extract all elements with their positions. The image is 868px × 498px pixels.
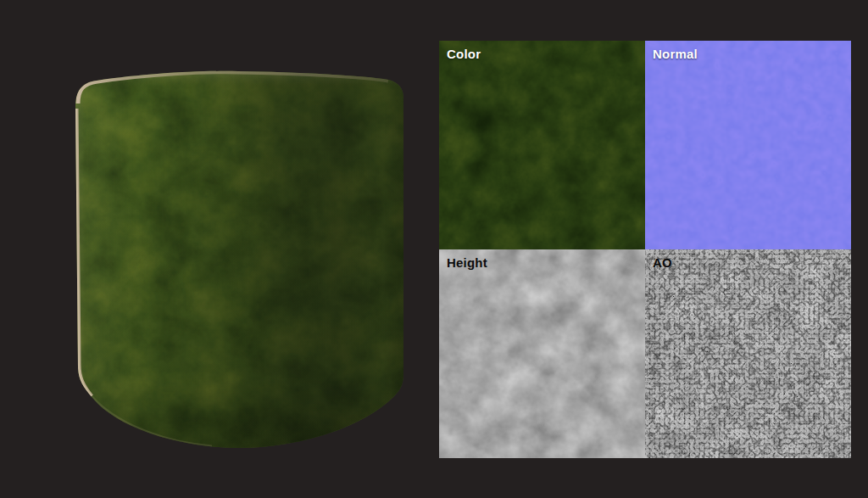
- ao-map-image: [645, 249, 851, 458]
- normal-map-image: [645, 41, 851, 249]
- texture-maps-grid: Color: [439, 41, 851, 458]
- cylinder-render: [68, 66, 410, 455]
- ao-map-tile[interactable]: AO: [645, 249, 851, 458]
- material-viewer: Color: [0, 0, 868, 498]
- normal-map-tile[interactable]: Normal: [645, 41, 851, 249]
- color-map-tile[interactable]: Color: [439, 41, 645, 249]
- height-map-image: [439, 249, 645, 458]
- height-map-tile[interactable]: Height: [439, 249, 645, 458]
- color-map-image: [439, 41, 645, 249]
- material-preview-3d-viewport[interactable]: [68, 66, 410, 455]
